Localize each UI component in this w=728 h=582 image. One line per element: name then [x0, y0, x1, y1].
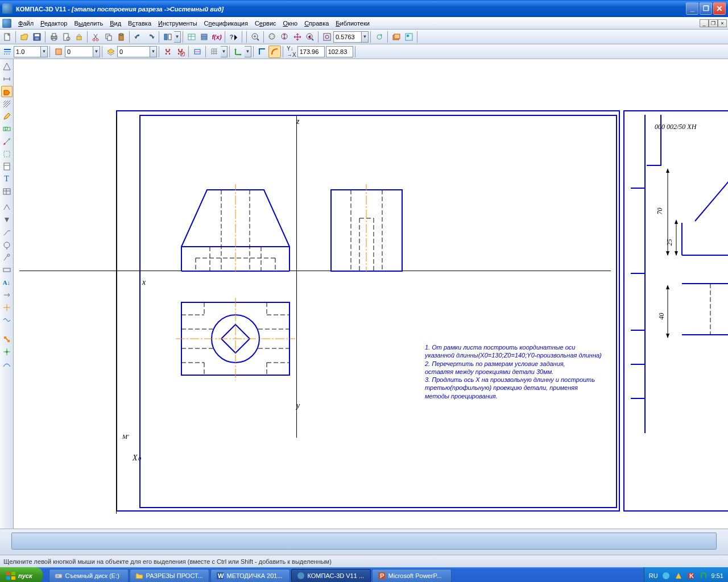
menu-service[interactable]: Сервис — [251, 19, 280, 28]
grid-dropdown[interactable]: ▼ — [221, 46, 228, 57]
zoom-window-button[interactable] — [266, 31, 279, 43]
menu-insert[interactable]: Вставка — [125, 19, 155, 28]
cut-button[interactable] — [90, 31, 102, 43]
help-button[interactable]: ? — [228, 31, 240, 43]
brand-tool[interactable] — [1, 239, 13, 251]
roughness-tool[interactable] — [1, 202, 13, 213]
param-button[interactable] — [191, 45, 204, 58]
redo-button[interactable] — [144, 31, 157, 43]
linestyle-button[interactable] — [1, 45, 14, 58]
snap-on-button[interactable] — [162, 45, 174, 58]
mdi-restore[interactable]: ❐ — [709, 19, 718, 27]
origin-tool[interactable] — [1, 346, 13, 357]
hotkey-tool[interactable] — [1, 334, 13, 345]
open-button[interactable] — [18, 31, 31, 43]
menu-select[interactable]: Выделить — [71, 19, 106, 28]
zoom-fit-button[interactable] — [321, 31, 333, 43]
position-tool[interactable] — [1, 252, 13, 263]
currentview-input[interactable] — [65, 46, 93, 57]
linestyle-dropdown[interactable]: ▼ — [41, 46, 48, 57]
lcs-dropdown[interactable]: ▼ — [245, 46, 251, 57]
wave-tool[interactable] — [1, 314, 13, 326]
lcs-button[interactable] — [232, 45, 245, 58]
save-button[interactable] — [31, 31, 43, 43]
tray-icon-3[interactable]: K — [686, 571, 696, 580]
print-button[interactable] — [48, 31, 60, 43]
task-word[interactable]: WМЕТОДИЧКА 201... — [210, 569, 290, 582]
coord-x-input[interactable] — [297, 46, 325, 57]
drawing-canvas[interactable]: z x y M' X₀ — [14, 59, 728, 529]
grid-button[interactable] — [208, 45, 221, 58]
layer-dropdown[interactable]: ▼ — [150, 46, 157, 57]
curve-tool[interactable] — [1, 359, 13, 370]
edit-tool[interactable] — [1, 111, 13, 122]
close-button[interactable]: ✕ — [713, 2, 726, 15]
system-menu-icon[interactable] — [2, 19, 11, 28]
menu-libs[interactable]: Библиотеки — [332, 19, 373, 28]
menu-edit[interactable]: Редактор — [37, 19, 71, 28]
menu-view[interactable]: Вид — [106, 19, 125, 28]
centermark-tool[interactable] — [1, 302, 13, 313]
menu-spec[interactable]: Спецификация — [201, 19, 251, 28]
zoom-dynamic-button[interactable] — [279, 31, 291, 43]
refresh-button[interactable] — [373, 31, 386, 43]
dimensions-tool[interactable] — [1, 73, 13, 85]
tolerance-tool[interactable] — [1, 264, 13, 276]
cutline-tool[interactable]: A↓ — [1, 277, 13, 288]
leader-tool[interactable] — [1, 227, 13, 238]
menu-file[interactable]: Файл — [15, 19, 37, 28]
pan-button[interactable] — [291, 31, 304, 43]
manager-button[interactable] — [162, 31, 174, 43]
layers-button[interactable] — [390, 31, 403, 43]
arrow-tool[interactable] — [1, 289, 13, 301]
hatch-tool[interactable] — [1, 98, 13, 110]
linestyle-input[interactable] — [14, 46, 41, 57]
task-kompas[interactable]: КОМПАС-3D V11 ... — [291, 569, 371, 582]
minimize-button[interactable]: _ — [686, 2, 698, 15]
tray-icon-2[interactable] — [674, 571, 683, 580]
views-button[interactable] — [403, 31, 415, 43]
spec-tool[interactable] — [1, 161, 13, 172]
currentview-button[interactable] — [52, 45, 65, 58]
select-tool[interactable] — [1, 148, 13, 160]
designation-tool[interactable] — [1, 86, 13, 97]
lock-button[interactable] — [73, 31, 85, 43]
mdi-minimize[interactable]: _ — [700, 19, 709, 27]
start-button[interactable]: пуск — [0, 567, 43, 582]
layer-button[interactable] — [105, 45, 117, 58]
menu-tools[interactable]: Инструменты — [155, 19, 201, 28]
lang-indicator[interactable]: RU — [649, 572, 658, 579]
zoom-dropdown[interactable]: ▼ — [362, 31, 369, 43]
param-tool[interactable]: p — [1, 123, 13, 135]
properties-button[interactable] — [198, 31, 210, 43]
menu-window[interactable]: Окно — [280, 19, 301, 28]
tray-icon-1[interactable] — [661, 571, 671, 580]
fx-button[interactable]: f(x) — [210, 31, 223, 43]
new-button[interactable] — [1, 31, 14, 43]
coord-y-input[interactable] — [326, 46, 353, 57]
preview-button[interactable] — [60, 31, 73, 43]
vars-button[interactable] — [185, 31, 198, 43]
task-folder[interactable]: РАЗРЕЗЫ ПРОСТ... — [130, 569, 209, 582]
base-tool[interactable] — [1, 214, 13, 226]
table-tool[interactable] — [1, 186, 13, 197]
clock[interactable]: 9:51 — [712, 572, 723, 579]
mdi-close[interactable]: × — [718, 19, 727, 27]
tray-icon-4[interactable] — [699, 571, 708, 580]
property-panel-content[interactable] — [11, 533, 717, 550]
zoom-prev-button[interactable] — [304, 31, 316, 43]
layer-input[interactable] — [117, 46, 150, 57]
text-tool[interactable]: T — [1, 173, 13, 185]
manager-dropdown[interactable]: ▼ — [174, 31, 181, 43]
zoom-input[interactable] — [333, 31, 362, 43]
measure-tool[interactable] — [1, 136, 13, 147]
geometry-tool[interactable] — [1, 61, 13, 72]
zoom-in-button[interactable] — [249, 31, 262, 43]
copy-button[interactable] — [102, 31, 115, 43]
ortho-button[interactable] — [256, 45, 268, 58]
maximize-button[interactable]: ❐ — [700, 2, 712, 15]
paste-button[interactable] — [115, 31, 127, 43]
task-ppt[interactable]: PMicrosoft PowerP... — [372, 569, 452, 582]
undo-button[interactable] — [132, 31, 144, 43]
currentview-dropdown[interactable]: ▼ — [93, 46, 100, 57]
